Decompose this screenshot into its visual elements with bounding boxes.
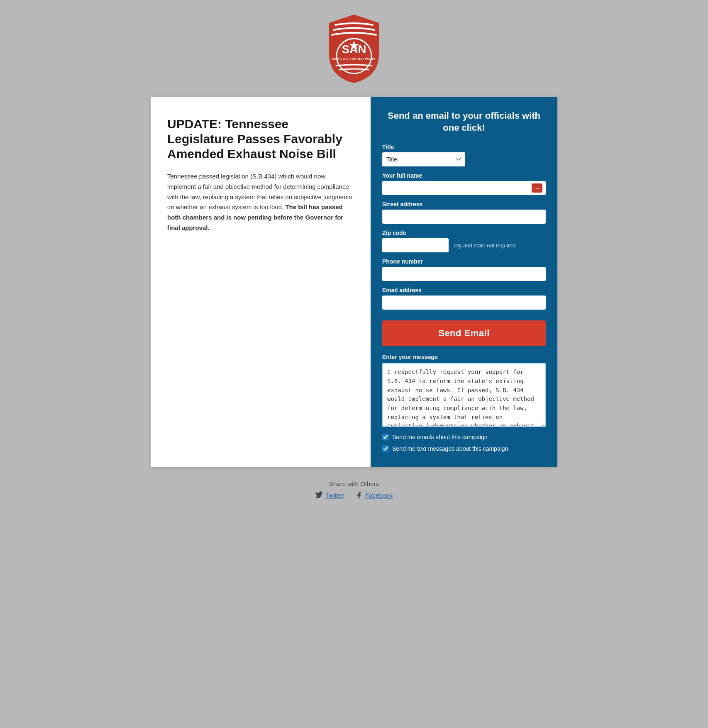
logo-container: SAN SEMA ACTION NETWORK — [327, 12, 381, 85]
zip-note: city and state not required — [454, 242, 516, 249]
autofill-icon-dots: ··· — [534, 185, 540, 191]
left-panel: UPDATE: Tennessee Legislature Passes Fav… — [151, 97, 371, 467]
fullname-group: Your full name ··· — [382, 172, 546, 195]
phone-label: Phone number — [382, 258, 546, 265]
fullname-wrapper: ··· — [382, 181, 546, 195]
share-title: Share with Others — [329, 480, 379, 487]
message-label: Enter your message — [382, 354, 546, 360]
share-links: Twitter Facebook — [315, 491, 393, 499]
email-label: Email address — [382, 287, 546, 293]
facebook-icon — [355, 491, 363, 499]
checkbox-texts-label: Send me text messages about this campaig… — [392, 445, 508, 452]
title-select[interactable]: Title Mr. Mrs. Ms. Dr. — [382, 152, 465, 166]
fullname-label: Your full name — [382, 172, 546, 179]
email-group: Email address — [382, 287, 546, 310]
twitter-link[interactable]: Twitter — [315, 491, 344, 499]
street-input[interactable] — [382, 210, 546, 224]
right-panel: Send an email to your officials with one… — [371, 97, 557, 467]
share-section: Share with Others Twitter Facebook — [315, 480, 393, 499]
article-body: Tennessee passed legislation (S.B.434) w… — [167, 171, 354, 233]
svg-text:SEMA ACTION NETWORK: SEMA ACTION NETWORK — [332, 57, 376, 60]
zip-group: Zip code city and state not required — [382, 230, 546, 252]
fullname-input[interactable] — [382, 181, 546, 195]
twitter-label: Twitter — [325, 492, 344, 499]
street-group: Street address — [382, 201, 546, 224]
facebook-link[interactable]: Facebook — [355, 491, 393, 499]
message-textarea[interactable]: I respectfully request your support for … — [382, 363, 546, 427]
title-label: Title — [382, 144, 546, 150]
zip-label: Zip code — [382, 230, 546, 236]
article-title: UPDATE: Tennessee Legislature Passes Fav… — [167, 117, 354, 161]
checkbox-texts[interactable] — [382, 445, 389, 452]
checkbox-texts-row: Send me text messages about this campaig… — [382, 445, 546, 452]
zip-input[interactable] — [382, 238, 449, 252]
title-group: Title Title Mr. Mrs. Ms. Dr. — [382, 144, 546, 166]
phone-input[interactable] — [382, 267, 546, 281]
zip-row: city and state not required — [382, 238, 546, 252]
checkbox-emails[interactable] — [382, 434, 389, 440]
autofill-button[interactable]: ··· — [532, 183, 542, 193]
twitter-icon — [315, 491, 323, 499]
san-logo: SAN SEMA ACTION NETWORK — [327, 12, 381, 85]
phone-group: Phone number — [382, 258, 546, 281]
send-email-button[interactable]: Send Email — [382, 320, 546, 346]
form-heading: Send an email to your officials with one… — [382, 110, 546, 134]
checkbox-emails-label: Send me emails about this campaign — [392, 434, 488, 440]
checkbox-emails-row: Send me emails about this campaign — [382, 434, 546, 440]
street-label: Street address — [382, 201, 546, 208]
email-input[interactable] — [382, 296, 546, 310]
message-group: Enter your message I respectfully reques… — [382, 354, 546, 429]
main-card: UPDATE: Tennessee Legislature Passes Fav… — [151, 97, 557, 467]
facebook-label: Facebook — [365, 492, 393, 499]
